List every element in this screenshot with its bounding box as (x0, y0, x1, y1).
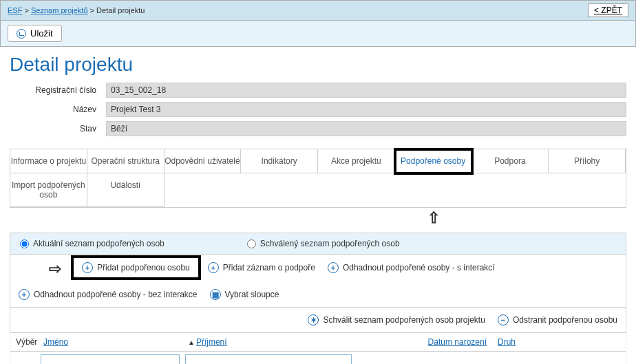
state-label: Stav (10, 124, 106, 133)
add-person-button[interactable]: + Přidat podpořenou osobu (75, 259, 197, 276)
tab-support[interactable]: Podpora (472, 149, 549, 173)
arrow-right-icon: ⇨ (49, 261, 61, 277)
breadcrumb-root[interactable]: ESF (8, 6, 22, 14)
col-type-sort[interactable]: Druh (498, 337, 516, 347)
reg-number-value: 03_15_002_18 (106, 83, 626, 98)
name-label: Název (10, 105, 106, 114)
breadcrumb-projects[interactable]: Seznam projektů (31, 6, 88, 14)
reg-number-label: Registrační číslo (10, 85, 106, 95)
tab-info[interactable]: Informace o projektu (10, 149, 87, 173)
plus-icon: + (208, 262, 219, 273)
page-title: Detail projektu (10, 54, 626, 76)
save-icon (17, 29, 26, 39)
name-value: Projekt Test 3 (106, 102, 626, 117)
breadcrumb-current: Detail projektu (96, 6, 145, 14)
sort-asc-icon: ▲ (188, 339, 195, 346)
tab-actions[interactable]: Akce projektu (318, 149, 395, 173)
minus-icon: − (498, 314, 509, 325)
add-support-record-button[interactable]: + Přidat záznam o podpoře (206, 259, 317, 276)
save-button[interactable]: Uložit (8, 25, 62, 42)
tab-indicators[interactable]: Indikátory (241, 149, 318, 173)
tab-events[interactable]: Události (87, 173, 165, 207)
plus-icon: + (328, 262, 339, 273)
remove-person-button[interactable]: − Odstranit podpořenou osobu (496, 312, 619, 328)
select-columns-button[interactable]: ▦ Vybrat sloupce (209, 286, 281, 303)
tab-struct[interactable]: Operační struktura (87, 149, 165, 173)
approve-icon: ✶ (308, 314, 319, 325)
estimate-interactive-button[interactable]: + Odhadnout podpořené osoby - s interakc… (326, 259, 496, 276)
plus-icon: + (82, 262, 93, 273)
estimate-noninteractive-button[interactable]: + Odhadnout podpořené osoby - bez intera… (17, 286, 199, 303)
filter-name-input[interactable] (41, 354, 180, 364)
tab-supported-persons[interactable]: Podpořené osoby (395, 149, 472, 173)
col-name-sort[interactable]: Jméno (43, 337, 68, 347)
tab-import[interactable]: Import podpořených osob (10, 173, 87, 207)
plus-icon: + (19, 289, 30, 300)
back-button[interactable]: < ZPĚT (588, 3, 628, 17)
state-value: Běží (106, 121, 626, 136)
col-select: Výběr (10, 333, 38, 351)
grid-header: Výběr Jméno ▲Příjmení Datum narození Dru… (10, 333, 626, 352)
radio-approved-list[interactable]: Schválený seznam podpořených osob (247, 239, 400, 248)
tab-attachments[interactable]: Přílohy (549, 149, 626, 173)
tab-users[interactable]: Odpovědní uživatelé (165, 149, 242, 173)
col-birth-sort[interactable]: Datum narození (428, 337, 487, 347)
breadcrumb: ESF > Seznam projektů > Detail projektu (8, 6, 145, 14)
arrow-up-icon: ⇧ (427, 211, 440, 226)
approve-list-button[interactable]: ✶ Schválit seznam podpořených osob proje… (306, 312, 486, 328)
col-surname-sort[interactable]: Příjmení (196, 337, 227, 347)
radio-current-list[interactable]: Aktuální seznam podpořených osob (20, 239, 165, 248)
columns-icon: ▦ (210, 289, 221, 300)
filter-surname-input[interactable] (185, 354, 352, 364)
